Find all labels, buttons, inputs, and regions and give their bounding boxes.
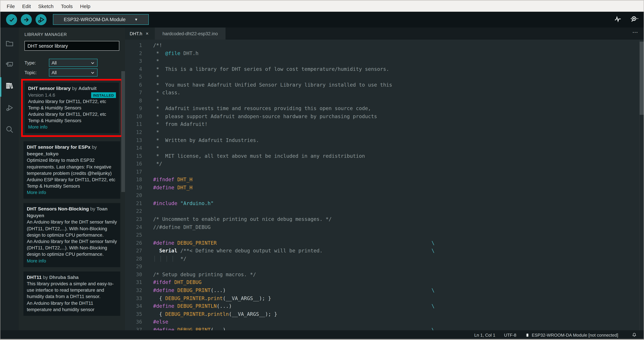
board-selector[interactable]: ESP32-WROOM-DA Module ▼ (53, 14, 149, 25)
chevron-down-icon (90, 70, 95, 75)
library-entry[interactable]: DHT sensor library for ESPx by beegee_to… (24, 141, 120, 199)
library-entry-description: Arduino library for DHT11, DHT22, etc Te… (28, 111, 116, 124)
notifications-bell-icon[interactable] (632, 332, 637, 338)
more-actions-icon[interactable]: ⋯ (632, 29, 638, 36)
debug-button[interactable] (36, 14, 46, 25)
code-line: #define DEBUG_PRINTER \ (153, 239, 639, 247)
line-number: 23 (125, 216, 146, 223)
menu-edit[interactable]: Edit (18, 1, 34, 11)
debug-sidebar-icon[interactable] (5, 103, 14, 112)
verify-button[interactable] (6, 14, 17, 25)
line-number: 37 (125, 326, 146, 330)
close-icon[interactable]: ✕ (146, 31, 148, 36)
code-line: #ifdef DHT_DEBUG (153, 279, 639, 287)
menu-help[interactable]: Help (76, 1, 94, 11)
code-editor[interactable]: 1234567891011121314151617181920212223242… (125, 40, 644, 330)
encoding[interactable]: UTF-8 (504, 332, 516, 337)
menu-file[interactable]: File (3, 1, 18, 11)
library-manager-panel: LIBRARY MANAGER Type: All Topic: All DHT… (19, 28, 125, 330)
tab-label: DHT.h (130, 31, 142, 36)
more-info-link[interactable]: More info (28, 124, 116, 130)
library-entry-title: DHT sensor library by Adafruit (28, 85, 116, 92)
line-number: 15 (125, 152, 146, 160)
board-status-text: ESP32-WROOM-DA Module [not connected] (532, 332, 618, 337)
library-entry-description: Arduino library for DHT11, DHT22, etc Te… (28, 98, 116, 111)
code-content: /*! * @file DHT.h * * This is a library … (153, 42, 639, 330)
code-line: * @file DHT.h (153, 50, 639, 57)
library-entry[interactable]: DHT Sensors Non-Blocking by Toan NguyenA… (24, 203, 120, 267)
line-number: 36 (125, 318, 146, 326)
code-line: */ (153, 160, 639, 168)
line-number: 1 (125, 42, 146, 50)
code-line (153, 168, 639, 176)
menu-sketch[interactable]: Sketch (34, 1, 57, 11)
library-entry-title: DHT11 by Dhruba Saha (27, 274, 117, 281)
cursor-position[interactable]: Ln 1, Col 1 (474, 332, 496, 337)
more-info-link[interactable]: More info (27, 258, 117, 264)
debug-bug-icon (37, 16, 45, 24)
toolbar: ESP32-WROOM-DA Module ▼ (0, 12, 644, 28)
serial-plotter-icon[interactable] (614, 15, 622, 24)
serial-monitor-icon[interactable] (630, 15, 638, 24)
panel-scrollbar-thumb[interactable] (121, 71, 125, 192)
editor-area: DHT.h ✕ hardcoded-dht22-esp32.ino ⋯ 1234… (125, 28, 644, 330)
installed-badge: INSTALLED (91, 92, 116, 98)
board-selector-value: ESP32-WROOM-DA Module (64, 17, 126, 22)
topic-select-value: All (52, 70, 57, 75)
type-select[interactable]: All (49, 59, 98, 67)
code-line (153, 231, 639, 239)
topic-select[interactable]: All (49, 68, 98, 77)
menu-tools[interactable]: Tools (57, 1, 76, 11)
line-number-gutter: 1234567891011121314151617181920212223242… (125, 42, 146, 330)
upload-button[interactable] (21, 14, 32, 25)
library-entry[interactable]: DHT11 by Dhruba SahaThis library provide… (24, 271, 120, 316)
code-line: * (153, 128, 639, 136)
board-status[interactable]: ESP32-WROOM-DA Module [not connected] (525, 332, 618, 337)
line-number: 34 (125, 302, 146, 310)
boards-manager-icon[interactable] (5, 60, 14, 69)
editor-scrollbar-track[interactable] (639, 40, 644, 330)
code-line: //#define DHT_DEBUG (153, 223, 639, 231)
type-select-value: All (52, 60, 57, 65)
chevron-down-icon: ▼ (134, 18, 138, 22)
code-line: * Adafruit invests time and resources pr… (153, 105, 639, 113)
editor-scrollbar-thumb[interactable] (640, 42, 644, 115)
tab-sketch-ino[interactable]: hardcoded-dht22-esp32.ino (155, 28, 226, 40)
code-line: #define DEBUG_PRINTLN(...) \ (153, 302, 639, 310)
library-entry[interactable]: DHT sensor library by AdafruitVersion 1.… (25, 83, 119, 133)
code-line (153, 208, 639, 216)
more-info-link[interactable]: More info (27, 190, 117, 196)
search-icon[interactable] (5, 125, 14, 134)
tab-label: hardcoded-dht22-esp32.ino (162, 31, 218, 36)
line-number: 26 (125, 239, 146, 247)
code-line: /* Uncomment to enable printing out nice… (153, 216, 639, 223)
line-number: 2 (125, 50, 146, 57)
code-line: * This is a library for DHT series of lo… (153, 65, 639, 73)
code-line: /* Setup debug printing macros. */ (153, 271, 639, 279)
library-entry-description: Optimized libray to match ESP32 requirem… (27, 157, 117, 177)
active-panel-indicator (0, 77, 1, 97)
library-entry-description: An Arduino library for the DHT11 tempera… (27, 300, 117, 313)
line-number: 6 (125, 81, 146, 89)
code-line: #define DHT_H (153, 184, 639, 192)
library-entry-title: DHT Sensors Non-Blocking by Toan Nguyen (27, 206, 117, 219)
code-line: * MIT license, all text above must be in… (153, 152, 639, 160)
line-number: 24 (125, 223, 146, 231)
library-search-input[interactable] (24, 41, 119, 51)
library-entry-description: Arduino ESP library for DHT11, DHT22, et… (27, 177, 117, 190)
code-line: #else (153, 318, 639, 326)
highlight-annotation-box: DHT sensor library by AdafruitVersion 1.… (21, 79, 123, 137)
sketchbook-folder-icon[interactable] (5, 39, 14, 48)
line-number: 11 (125, 121, 146, 128)
chip-icon (525, 332, 530, 337)
chevron-down-icon (90, 61, 95, 65)
code-line (153, 192, 639, 200)
library-results-list: DHT sensor library by AdafruitVersion 1.… (19, 78, 125, 330)
tab-dht-h[interactable]: DHT.h ✕ (125, 28, 155, 40)
type-filter-label: Type: (24, 60, 49, 65)
line-number: 16 (125, 160, 146, 168)
line-number: 22 (125, 208, 146, 216)
line-number: 28 (125, 255, 146, 263)
library-entry-description: An Arduino library for the DHT sensor fa… (27, 238, 117, 258)
library-manager-icon[interactable] (5, 81, 14, 90)
